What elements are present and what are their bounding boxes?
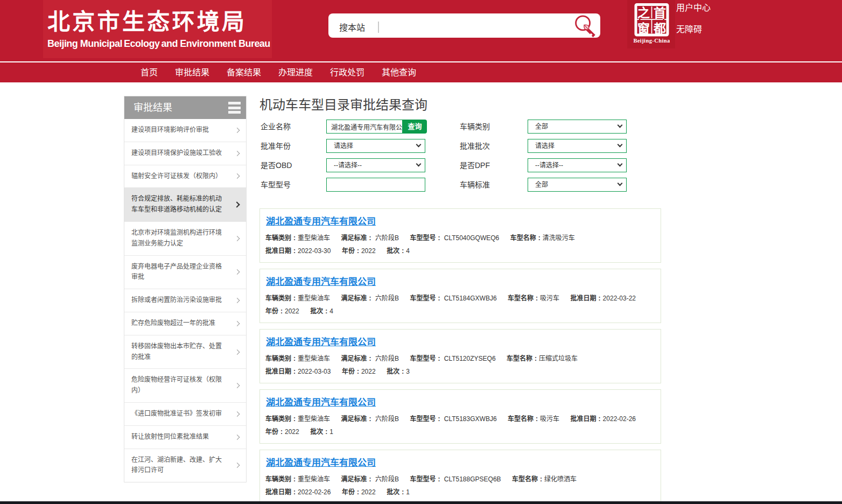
svg-text:Beijing-China: Beijing-China [633,38,670,44]
svg-text:窗: 窗 [637,22,650,36]
svg-text:之: 之 [637,6,650,20]
svg-text:首: 首 [654,6,666,20]
svg-text:都: 都 [653,22,666,36]
